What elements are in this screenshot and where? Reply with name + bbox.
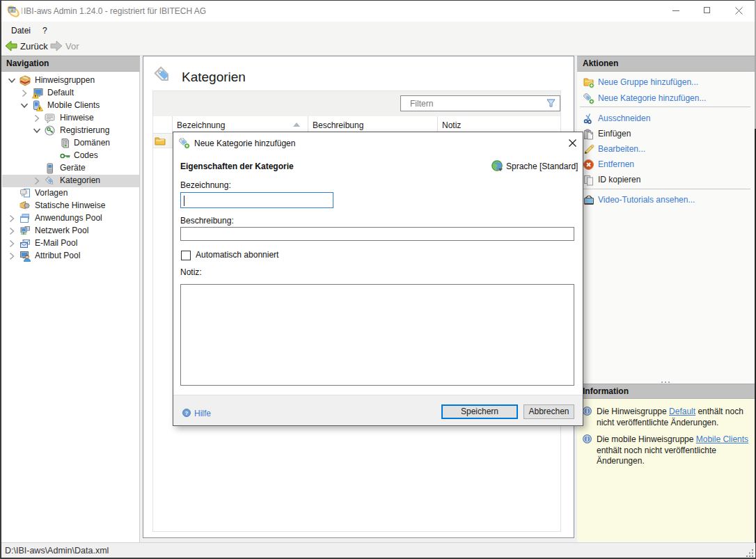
svg-text:?: ? — [185, 410, 189, 416]
